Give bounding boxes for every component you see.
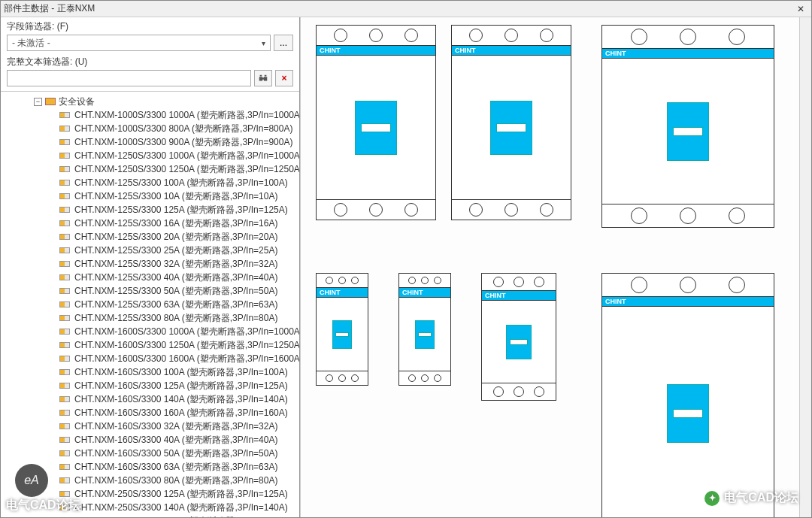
- clear-filter-button[interactable]: ×: [275, 70, 293, 86]
- part-icon: [59, 329, 70, 335]
- tree-root-node[interactable]: − 安全设备: [1, 95, 299, 108]
- tree-item-label: CHT.NXM-1600S/3300 1000A (塑壳断路器,3P/In=10…: [74, 326, 299, 338]
- part-icon: [59, 234, 70, 240]
- wechat-icon: ✦: [704, 491, 720, 506]
- tree-item-label: CHT.NXM-1600S/3300 1250A (塑壳断路器,3P/In=12…: [74, 339, 299, 352]
- tree-item[interactable]: CHT.NXM-1600S/3300 1000A (塑壳断路器,3P/In=10…: [1, 325, 299, 338]
- tree-item[interactable]: CHT.NXM-125S/3300 16A (塑壳断路器,3P/In=16A): [1, 217, 299, 230]
- tree-item-label: CHT.NXM-160S/3300 63A (塑壳断路器,3P/In=63A): [74, 461, 277, 474]
- breaker-preview: CHINT: [481, 273, 556, 401]
- tree-item[interactable]: CHT.NXM-125S/3300 40A (塑壳断路器,3P/In=40A): [1, 271, 299, 284]
- tree-item[interactable]: CHT.NXM-160S/3300 100A (塑壳断路器,3P/In=100A…: [1, 365, 299, 379]
- chevron-down-icon: ▾: [262, 39, 265, 47]
- tree-item-label: CHT.NXM-125S/3300 10A (塑壳断路器,3P/In=10A): [74, 190, 277, 203]
- fulltext-filter-label: 完整文本筛选器: (U): [7, 56, 293, 68]
- tree-item-label: CHT.NXM-125S/3300 16A (塑壳断路器,3P/In=16A): [74, 217, 277, 230]
- tree-item[interactable]: CHT.NXM-160S/3300 140A (塑壳断路器,3P/In=140A…: [1, 392, 299, 406]
- brand-label: CHINT: [452, 45, 571, 56]
- tree-item[interactable]: CHT.NXM-1600S/3300 1600A (塑壳断路器,3P/In=16…: [1, 352, 299, 365]
- tree-item-label: CHT.NXM-1000S/3300 900A (塑壳断路器,3P/In=900…: [74, 136, 292, 149]
- tree-item[interactable]: CHT.NXM-125S/3300 63A (塑壳断路器,3P/In=63A): [1, 298, 299, 311]
- brand-label: CHINT: [399, 287, 450, 298]
- part-icon: [59, 301, 70, 307]
- part-icon: [59, 220, 70, 226]
- brand-label: CHINT: [317, 45, 435, 56]
- tree-item[interactable]: CHT.NXM-1600S/3300 1250A (塑壳断路器,3P/In=12…: [1, 338, 299, 352]
- tree-item-label: CHT.NXM-125S/3300 63A (塑壳断路器,3P/In=63A): [74, 298, 277, 311]
- tree-item-label: CHT.NXM-250S/3300 160A (塑壳断路器,3P/In=160A…: [74, 515, 288, 518]
- part-icon: [59, 315, 70, 321]
- brand-label: CHINT: [482, 290, 556, 301]
- part-icon: [59, 153, 70, 159]
- ea-badge: eA: [15, 464, 48, 497]
- tree-item-label: CHT.NXM-1000S/3300 800A (塑壳断路器,3P/In=800…: [74, 123, 292, 135]
- tree-item-label: CHT.NXM-125S/3300 32A (塑壳断路器,3P/In=32A): [74, 258, 277, 271]
- tree-item-label: CHT.NXM-125S/3300 125A (塑壳断路器,3P/In=125A…: [74, 204, 288, 217]
- tree-item-label: CHT.NXM-1600S/3300 1600A (塑壳断路器,3P/In=16…: [74, 353, 299, 365]
- tree-item[interactable]: CHT.NXM-160S/3300 50A (塑壳断路器,3P/In=50A): [1, 447, 299, 460]
- breaker-preview: CHINT: [601, 25, 774, 228]
- tree-item[interactable]: CHT.NXM-125S/3300 50A (塑壳断路器,3P/In=50A): [1, 284, 299, 298]
- tree-item[interactable]: CHT.NXM-1000S/3300 800A (塑壳断路器,3P/In=800…: [1, 122, 299, 135]
- tree-item-label: CHT.NXM-250S/3300 125A (塑壳断路器,3P/In=125A…: [74, 488, 288, 501]
- breaker-preview: CHINT: [601, 273, 774, 517]
- breaker-preview: CHINT: [451, 25, 571, 220]
- part-icon: [59, 166, 70, 172]
- tree-item[interactable]: CHT.NXM-125S/3300 20A (塑壳断路器,3P/In=20A): [1, 230, 299, 244]
- tree-item[interactable]: CHT.NXM-1000S/3300 1000A (塑壳断路器,3P/In=10…: [1, 108, 299, 122]
- tree-item-label: CHT.NXM-160S/3300 50A (塑壳断路器,3P/In=50A): [74, 447, 277, 460]
- search-button[interactable]: [254, 70, 272, 86]
- breaker-preview: CHINT: [316, 273, 368, 386]
- tree-item-label: CHT.NXM-160S/3300 140A (塑壳断路器,3P/In=140A…: [74, 393, 288, 406]
- tree-item[interactable]: CHT.NXM-1000S/3300 900A (塑壳断路器,3P/In=900…: [1, 135, 299, 149]
- field-filter-more-button[interactable]: ...: [274, 35, 293, 51]
- part-icon: [59, 342, 70, 348]
- part-icon: [59, 396, 70, 402]
- breaker-preview: CHINT: [316, 25, 436, 220]
- watermark-right: ✦ 电气CAD论坛: [704, 490, 798, 506]
- tree-item-label: CHT.NXM-125S/3300 100A (塑壳断路器,3P/In=100A…: [74, 177, 288, 189]
- tree-item[interactable]: CHT.NXM-125S/3300 10A (塑壳断路器,3P/In=10A): [1, 189, 299, 203]
- fulltext-filter-input[interactable]: [7, 70, 251, 86]
- tree-item-label: CHT.NXM-125S/3300 25A (塑壳断路器,3P/In=25A): [74, 244, 277, 257]
- part-icon: [59, 274, 70, 280]
- left-panel: 字段筛选器: (F) - 未激活 - ▾ ... 完整文本筛选器: (U) ×: [1, 17, 300, 517]
- part-icon: [59, 369, 70, 375]
- tree-item[interactable]: CHT.NXM-250S/3300 160A (塑壳断路器,3P/In=160A…: [1, 514, 299, 517]
- titlebar: 部件主数据 - 正泰NXM ✕: [1, 1, 811, 17]
- part-icon: [59, 423, 70, 429]
- part-icon: [59, 437, 70, 443]
- tree-item[interactable]: CHT.NXM-125S/3300 100A (塑壳断路器,3P/In=100A…: [1, 176, 299, 189]
- tree-item[interactable]: CHT.NXM-125S/3300 80A (塑壳断路器,3P/In=80A): [1, 311, 299, 325]
- tree-item-label: CHT.NXM-125S/3300 40A (塑壳断路器,3P/In=40A): [74, 271, 277, 284]
- tree-item[interactable]: CHT.NXM-125S/3300 32A (塑壳断路器,3P/In=32A): [1, 257, 299, 271]
- close-icon[interactable]: ✕: [793, 3, 808, 15]
- part-icon: [59, 477, 70, 483]
- part-icon: [59, 139, 70, 145]
- tree-item[interactable]: CHT.NXM-160S/3300 32A (塑壳断路器,3P/In=32A): [1, 420, 299, 433]
- tree-item-label: CHT.NXM-1000S/3300 1000A (塑壳断路器,3P/In=10…: [74, 109, 299, 122]
- part-icon: [59, 112, 70, 118]
- folder-icon: [45, 98, 56, 105]
- brand-label: CHINT: [317, 287, 368, 298]
- parts-tree[interactable]: − 安全设备 CHT.NXM-1000S/3300 1000A (塑壳断路器,3…: [1, 91, 299, 517]
- collapse-icon[interactable]: −: [34, 98, 42, 106]
- vertical-scrollbar[interactable]: [799, 17, 811, 517]
- tree-item[interactable]: CHT.NXM-160S/3300 160A (塑壳断路器,3P/In=160A…: [1, 406, 299, 420]
- part-icon: [59, 261, 70, 267]
- tree-item-label: CHT.NXM-125S/3300 50A (塑壳断路器,3P/In=50A): [74, 285, 277, 298]
- tree-item-label: CHT.NXM-125S/3300 20A (塑壳断路器,3P/In=20A): [74, 231, 277, 244]
- field-filter-select[interactable]: - 未激活 - ▾: [7, 35, 271, 51]
- brand-label: CHINT: [602, 48, 774, 59]
- tree-item[interactable]: CHT.NXM-160S/3300 40A (塑壳断路器,3P/In=40A): [1, 433, 299, 447]
- tree-item-label: CHT.NXM-160S/3300 125A (塑壳断路器,3P/In=125A…: [74, 380, 288, 392]
- tree-item[interactable]: CHT.NXM-1250S/3300 1250A (塑壳断路器,3P/In=12…: [1, 162, 299, 176]
- field-filter-label: 字段筛选器: (F): [7, 20, 293, 33]
- tree-item[interactable]: CHT.NXM-125S/3300 125A (塑壳断路器,3P/In=125A…: [1, 203, 299, 217]
- tree-item-label: CHT.NXM-160S/3300 32A (塑壳断路器,3P/In=32A): [74, 420, 277, 433]
- tree-item[interactable]: CHT.NXM-125S/3300 25A (塑壳断路器,3P/In=25A): [1, 244, 299, 257]
- tree-item-label: CHT.NXM-1250S/3300 1250A (塑壳断路器,3P/In=12…: [74, 163, 299, 176]
- tree-item[interactable]: CHT.NXM-160S/3300 125A (塑壳断路器,3P/In=125A…: [1, 379, 299, 392]
- tree-item[interactable]: CHT.NXM-1250S/3300 1000A (塑壳断路器,3P/In=10…: [1, 149, 299, 162]
- preview-canvas[interactable]: CHINT CHINT CHINT: [300, 17, 799, 517]
